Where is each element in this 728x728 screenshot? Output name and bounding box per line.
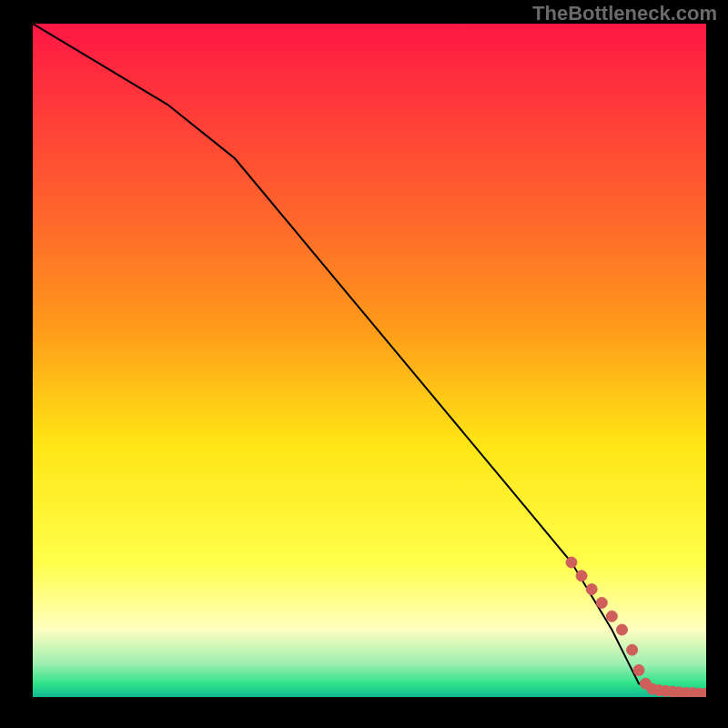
chart-plot-area: [33, 24, 706, 697]
scatter-dot: [606, 611, 617, 622]
curve-line: [33, 24, 706, 693]
scatter-dot: [586, 584, 597, 595]
chart-overlay: [33, 24, 706, 697]
watermark-text: TheBottleneck.com: [532, 2, 717, 25]
scatter-dot: [633, 664, 644, 675]
scatter-dot: [627, 644, 638, 655]
scatter-dot: [617, 624, 628, 635]
scatter-dots: [566, 557, 706, 697]
scatter-dot: [596, 597, 607, 608]
scatter-dot: [576, 571, 587, 581]
scatter-dot: [566, 557, 577, 568]
